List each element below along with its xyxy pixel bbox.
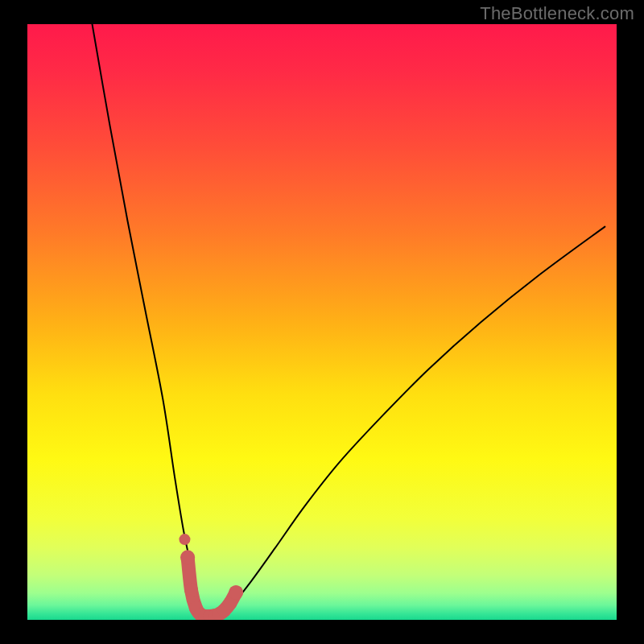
chart-frame: TheBottleneck.com (0, 0, 644, 644)
svg-point-11 (179, 534, 190, 545)
svg-point-0 (180, 550, 195, 564)
plot-background (27, 24, 617, 620)
plot-area (27, 24, 617, 620)
svg-point-10 (229, 585, 243, 600)
watermark-text: TheBottleneck.com (480, 3, 634, 24)
svg-point-1 (184, 584, 198, 597)
plot-svg (27, 24, 617, 620)
